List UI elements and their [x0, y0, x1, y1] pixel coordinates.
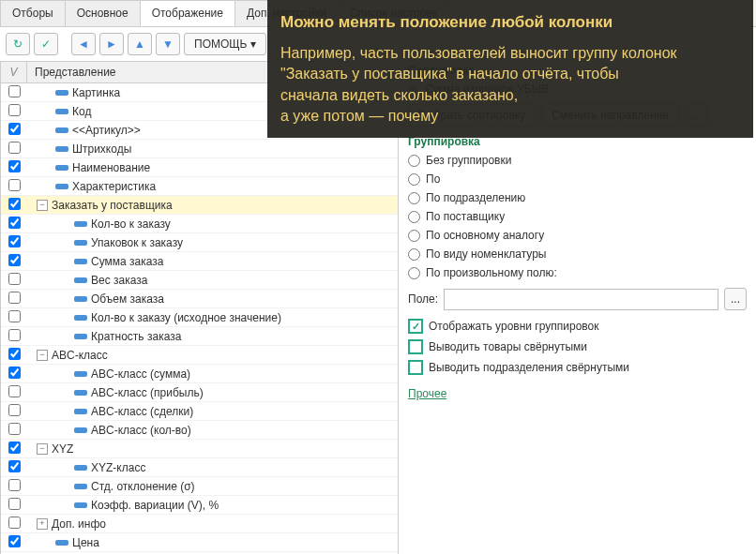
row-checkbox[interactable] [8, 235, 21, 247]
group-radio[interactable] [408, 173, 420, 186]
group-radio-row[interactable]: По виду номенклатуры [408, 245, 747, 263]
group-radio[interactable] [408, 211, 420, 223]
row-checkbox[interactable] [8, 123, 21, 135]
row-checkbox[interactable] [8, 460, 21, 472]
help-button[interactable]: ПОМОЩЬ▾ [184, 33, 266, 55]
row-checkbox[interactable] [8, 385, 21, 397]
row-checkbox[interactable] [8, 348, 21, 360]
tree-row[interactable]: XYZ-класс [1, 458, 398, 477]
tree-row[interactable]: +Доп. инфо [1, 515, 398, 533]
arrow-up-icon: ▲ [134, 37, 145, 51]
row-checkbox[interactable] [8, 367, 21, 379]
row-checkbox[interactable] [8, 217, 21, 229]
tree-row[interactable]: Кол-во к заказу (исходное значение) [1, 308, 398, 327]
group-radio-label: По виду номенклатуры [426, 247, 547, 261]
move-down-button[interactable]: ▼ [156, 33, 180, 55]
tree-row[interactable]: Стд. отклонение (σ) [1, 477, 398, 496]
tree-row[interactable]: Кратность заказа [1, 327, 398, 346]
tree-row[interactable]: Штрихкоды [1, 140, 398, 158]
row-checkbox[interactable] [8, 498, 21, 510]
option-check-row[interactable]: Выводить товары свёрнутыми [408, 337, 747, 357]
group-radio-row[interactable]: По произвольному полю: [408, 263, 747, 282]
tree-row[interactable]: ABC-класс (сумма) [1, 365, 398, 383]
group-radio[interactable] [408, 230, 420, 242]
row-checkbox[interactable] [8, 404, 21, 416]
row-checkbox[interactable] [8, 517, 21, 529]
row-checkbox[interactable] [8, 104, 21, 116]
row-checkbox[interactable] [8, 142, 21, 154]
option-check-row[interactable]: Выводить подразделения свёрнутыми [408, 357, 747, 378]
group-radio-row[interactable]: По [408, 170, 747, 188]
tree-row[interactable]: Наименование [1, 158, 398, 177]
column-check-header: V [1, 62, 27, 82]
row-checkbox[interactable] [8, 179, 21, 191]
row-checkbox[interactable] [8, 310, 21, 322]
row-checkbox[interactable] [8, 442, 21, 454]
row-checkbox[interactable] [8, 423, 21, 435]
group-radio-row[interactable]: По поставщику [408, 207, 747, 226]
group-radio-label: По основному аналогу [426, 229, 544, 242]
group-radio-row[interactable]: По подразделению [408, 188, 747, 207]
tree-row[interactable]: −Заказать у поставщика [1, 196, 398, 215]
tab-1[interactable]: Основное [65, 0, 141, 26]
tree-row[interactable]: Коэфф. вариации (V), % [1, 496, 398, 515]
tree-row[interactable]: Упаковок к заказу [1, 233, 398, 252]
tree-row[interactable]: −ABC-класс [1, 346, 398, 365]
collapse-icon[interactable]: − [37, 350, 48, 361]
row-checkbox[interactable] [8, 535, 21, 547]
option-check-row[interactable]: ✓Отображать уровни группировок [408, 316, 747, 337]
tree-row[interactable]: Кол-во к заказу [1, 215, 398, 233]
move-left-button[interactable]: ◄ [71, 33, 96, 55]
move-right-button[interactable]: ► [99, 33, 124, 55]
row-checkbox[interactable] [8, 198, 21, 210]
row-label: ABC-класс [52, 349, 108, 362]
tree-row[interactable]: Цена [1, 533, 398, 552]
row-label: ABC-класс (сделки) [91, 405, 193, 418]
expand-icon[interactable]: + [37, 518, 48, 530]
field-icon [74, 334, 87, 339]
option-checkbox[interactable]: ✓ [408, 319, 423, 334]
group-radio[interactable] [408, 267, 420, 279]
check-icon: ✓ [41, 37, 51, 51]
tree-row[interactable]: Сумма заказа [1, 252, 398, 271]
tree-row[interactable]: Объем заказа [1, 290, 398, 308]
row-checkbox[interactable] [8, 254, 21, 266]
group-radio[interactable] [408, 155, 420, 167]
collapse-icon[interactable]: − [37, 200, 48, 211]
group-radio[interactable] [408, 192, 420, 204]
tree-row[interactable]: ABC-класс (прибыль) [1, 383, 398, 402]
overlay-body: Например, часть пользователей выносит гр… [280, 43, 740, 127]
tab-0[interactable]: Отборы [0, 0, 66, 26]
row-label: Кратность заказа [91, 330, 181, 343]
group-radio-row[interactable]: Без группировки [408, 151, 747, 170]
check-all-button[interactable]: ✓ [34, 33, 58, 55]
group-radio-row[interactable]: По основному аналогу [408, 226, 747, 245]
tree-row[interactable]: Вес заказа [1, 271, 398, 290]
collapse-icon[interactable]: − [37, 443, 48, 455]
other-link[interactable]: Прочее [408, 387, 446, 400]
field-icon [55, 109, 68, 114]
row-label: XYZ-класс [91, 461, 145, 474]
tree-row[interactable]: ABC-класс (кол-во) [1, 421, 398, 440]
field-input[interactable] [444, 289, 718, 310]
row-checkbox[interactable] [8, 160, 21, 172]
tree-row[interactable]: −XYZ [1, 440, 398, 458]
tree-row[interactable]: ABC-класс (сделки) [1, 402, 398, 421]
option-checkbox[interactable] [408, 339, 423, 354]
option-checkbox[interactable] [408, 360, 423, 375]
row-label: Кол-во к заказу (исходное значение) [91, 311, 281, 324]
refresh-button[interactable]: ↻ [6, 33, 30, 55]
move-up-button[interactable]: ▲ [128, 33, 152, 55]
row-checkbox[interactable] [8, 85, 21, 97]
row-label: Стд. отклонение (σ) [91, 480, 195, 493]
tab-2[interactable]: Отображение [140, 0, 235, 26]
tree-row[interactable]: Характеристика [1, 177, 398, 196]
field-more-button[interactable]: ... [724, 288, 747, 310]
group-radio[interactable] [408, 248, 420, 261]
field-icon [55, 165, 68, 171]
row-checkbox[interactable] [8, 292, 21, 304]
row-checkbox[interactable] [8, 273, 21, 285]
arrow-right-icon: ► [106, 37, 117, 51]
row-checkbox[interactable] [8, 329, 21, 341]
row-checkbox[interactable] [8, 479, 21, 491]
